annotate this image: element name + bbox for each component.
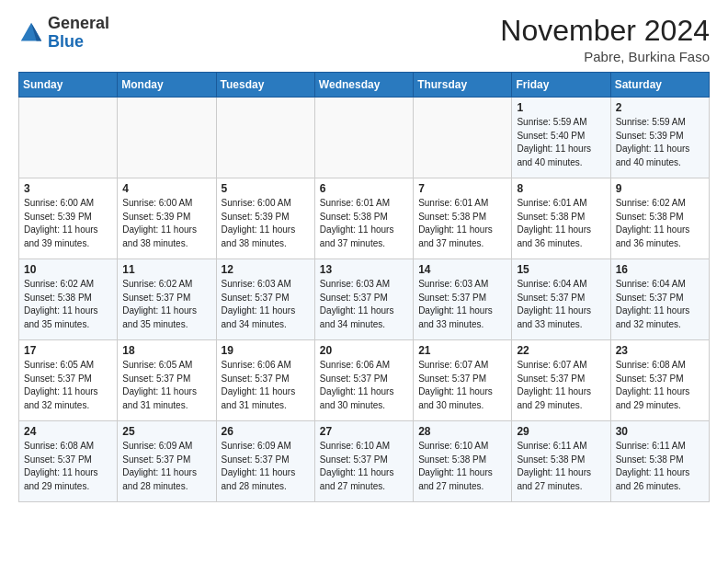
day-number: 7 [418,182,506,195]
day-info: Sunrise: 6:05 AM Sunset: 5:37 PM Dayligh… [24,359,112,412]
day-number: 9 [616,182,704,195]
day-info: Sunrise: 5:59 AM Sunset: 5:40 PM Dayligh… [517,116,605,169]
day-info: Sunrise: 6:00 AM Sunset: 5:39 PM Dayligh… [122,197,210,250]
day-cell: 8Sunrise: 6:01 AM Sunset: 5:38 PM Daylig… [512,178,610,259]
week-row-2: 3Sunrise: 6:00 AM Sunset: 5:39 PM Daylig… [19,178,710,259]
title-block: November 2024 Pabre, Burkina Faso [500,15,710,64]
day-info: Sunrise: 6:04 AM Sunset: 5:37 PM Dayligh… [517,278,605,331]
calendar-body: 1Sunrise: 5:59 AM Sunset: 5:40 PM Daylig… [19,98,710,502]
day-info: Sunrise: 6:04 AM Sunset: 5:37 PM Dayligh… [616,278,704,331]
day-info: Sunrise: 6:08 AM Sunset: 5:37 PM Dayligh… [24,440,112,493]
day-number: 17 [24,344,112,357]
day-info: Sunrise: 5:59 AM Sunset: 5:39 PM Dayligh… [616,116,704,169]
day-info: Sunrise: 6:02 AM Sunset: 5:37 PM Dayligh… [122,278,210,331]
day-number: 27 [320,425,408,438]
day-cell: 5Sunrise: 6:00 AM Sunset: 5:39 PM Daylig… [216,178,314,259]
day-info: Sunrise: 6:03 AM Sunset: 5:37 PM Dayligh… [418,278,506,331]
day-info: Sunrise: 6:03 AM Sunset: 5:37 PM Dayligh… [222,278,310,331]
day-cell: 1Sunrise: 5:59 AM Sunset: 5:40 PM Daylig… [512,98,610,178]
day-info: Sunrise: 6:11 AM Sunset: 5:38 PM Dayligh… [517,440,605,493]
days-row: SundayMondayTuesdayWednesdayThursdayFrid… [19,73,710,98]
day-number: 30 [616,425,704,438]
day-header-sunday: Sunday [19,73,118,98]
day-number: 4 [122,182,210,195]
day-number: 8 [517,182,605,195]
calendar-header: SundayMondayTuesdayWednesdayThursdayFrid… [19,73,710,98]
day-cell: 15Sunrise: 6:04 AM Sunset: 5:37 PM Dayli… [512,259,610,340]
logo-blue: Blue [48,32,84,51]
day-cell: 7Sunrise: 6:01 AM Sunset: 5:38 PM Daylig… [414,178,512,259]
month-title: November 2024 [500,15,710,47]
day-number: 13 [320,263,408,276]
day-info: Sunrise: 6:10 AM Sunset: 5:37 PM Dayligh… [320,440,408,493]
day-cell: 19Sunrise: 6:06 AM Sunset: 5:37 PM Dayli… [216,340,314,421]
day-info: Sunrise: 6:06 AM Sunset: 5:37 PM Dayligh… [222,359,310,412]
day-cell: 20Sunrise: 6:06 AM Sunset: 5:37 PM Dayli… [314,340,413,421]
day-cell [19,98,118,178]
day-cell: 18Sunrise: 6:05 AM Sunset: 5:37 PM Dayli… [118,340,216,421]
day-number: 16 [616,263,704,276]
day-cell: 12Sunrise: 6:03 AM Sunset: 5:37 PM Dayli… [216,259,314,340]
week-row-4: 17Sunrise: 6:05 AM Sunset: 5:37 PM Dayli… [19,340,710,421]
day-number: 1 [517,101,605,114]
day-number: 11 [122,263,210,276]
day-number: 26 [222,425,310,438]
day-number: 6 [320,182,408,195]
day-number: 19 [222,344,310,357]
day-cell: 29Sunrise: 6:11 AM Sunset: 5:38 PM Dayli… [512,421,610,502]
day-cell: 22Sunrise: 6:07 AM Sunset: 5:37 PM Dayli… [512,340,610,421]
day-cell: 10Sunrise: 6:02 AM Sunset: 5:38 PM Dayli… [19,259,118,340]
day-number: 28 [418,425,506,438]
day-cell: 13Sunrise: 6:03 AM Sunset: 5:37 PM Dayli… [314,259,413,340]
day-number: 18 [122,344,210,357]
page: General Blue November 2024 Pabre, Burkin… [0,0,728,517]
day-info: Sunrise: 6:05 AM Sunset: 5:37 PM Dayligh… [122,359,210,412]
day-info: Sunrise: 6:07 AM Sunset: 5:37 PM Dayligh… [517,359,605,412]
day-info: Sunrise: 6:00 AM Sunset: 5:39 PM Dayligh… [24,197,112,250]
day-info: Sunrise: 6:11 AM Sunset: 5:38 PM Dayligh… [616,440,704,493]
day-cell: 23Sunrise: 6:08 AM Sunset: 5:37 PM Dayli… [610,340,709,421]
day-cell: 28Sunrise: 6:10 AM Sunset: 5:38 PM Dayli… [414,421,512,502]
day-cell: 11Sunrise: 6:02 AM Sunset: 5:37 PM Dayli… [118,259,216,340]
day-number: 22 [517,344,605,357]
day-cell [118,98,216,178]
day-info: Sunrise: 6:01 AM Sunset: 5:38 PM Dayligh… [320,197,408,250]
day-cell: 4Sunrise: 6:00 AM Sunset: 5:39 PM Daylig… [118,178,216,259]
day-cell: 25Sunrise: 6:09 AM Sunset: 5:37 PM Dayli… [118,421,216,502]
day-cell: 27Sunrise: 6:10 AM Sunset: 5:37 PM Dayli… [314,421,413,502]
day-number: 20 [320,344,408,357]
day-cell: 16Sunrise: 6:04 AM Sunset: 5:37 PM Dayli… [610,259,709,340]
day-number: 21 [418,344,506,357]
location-subtitle: Pabre, Burkina Faso [500,49,710,64]
day-info: Sunrise: 6:06 AM Sunset: 5:37 PM Dayligh… [320,359,408,412]
day-number: 15 [517,263,605,276]
day-cell: 3Sunrise: 6:00 AM Sunset: 5:39 PM Daylig… [19,178,118,259]
week-row-1: 1Sunrise: 5:59 AM Sunset: 5:40 PM Daylig… [19,98,710,178]
day-header-monday: Monday [118,73,216,98]
day-info: Sunrise: 6:09 AM Sunset: 5:37 PM Dayligh… [222,440,310,493]
day-cell: 21Sunrise: 6:07 AM Sunset: 5:37 PM Dayli… [414,340,512,421]
day-info: Sunrise: 6:02 AM Sunset: 5:38 PM Dayligh… [616,197,704,250]
day-info: Sunrise: 6:07 AM Sunset: 5:37 PM Dayligh… [418,359,506,412]
week-row-5: 24Sunrise: 6:08 AM Sunset: 5:37 PM Dayli… [19,421,710,502]
day-number: 25 [122,425,210,438]
day-number: 10 [24,263,112,276]
day-cell: 6Sunrise: 6:01 AM Sunset: 5:38 PM Daylig… [314,178,413,259]
day-header-saturday: Saturday [610,73,709,98]
day-info: Sunrise: 6:01 AM Sunset: 5:38 PM Dayligh… [418,197,506,250]
logo-text: General Blue [48,15,109,52]
day-number: 29 [517,425,605,438]
day-info: Sunrise: 6:09 AM Sunset: 5:37 PM Dayligh… [122,440,210,493]
day-number: 5 [222,182,310,195]
logo: General Blue [18,15,109,52]
day-header-friday: Friday [512,73,610,98]
day-number: 14 [418,263,506,276]
day-number: 24 [24,425,112,438]
day-cell: 2Sunrise: 5:59 AM Sunset: 5:39 PM Daylig… [610,98,709,178]
week-row-3: 10Sunrise: 6:02 AM Sunset: 5:38 PM Dayli… [19,259,710,340]
day-cell: 14Sunrise: 6:03 AM Sunset: 5:37 PM Dayli… [414,259,512,340]
header: General Blue November 2024 Pabre, Burkin… [18,15,710,64]
day-number: 3 [24,182,112,195]
day-number: 23 [616,344,704,357]
calendar: SundayMondayTuesdayWednesdayThursdayFrid… [18,72,710,502]
